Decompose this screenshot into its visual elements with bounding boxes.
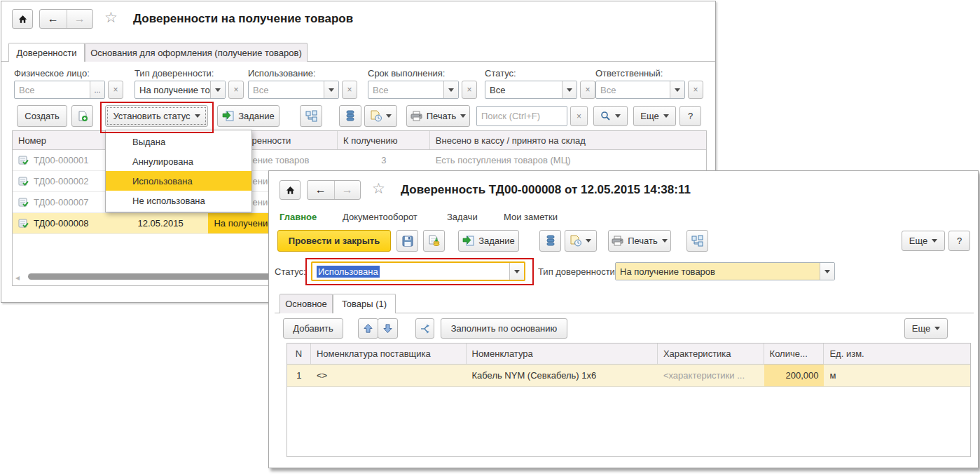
type-field[interactable]: На получение товаров [615,262,835,280]
col-number[interactable]: Номер [13,131,113,149]
menu-item-annulirovana[interactable]: Аннулирована [106,151,251,171]
filter-usage-clear-button[interactable]: × [342,81,357,99]
tab-osnovaniya[interactable]: Основания для оформления (получение това… [85,43,308,62]
forward-button[interactable]: → [67,10,93,28]
create-label: Создать [25,111,59,121]
navtab-dokumentooborot[interactable]: Документооборот [343,212,417,222]
col-characteristic[interactable]: Характеристика [658,344,764,364]
list-view-button[interactable] [539,230,561,252]
more-button[interactable]: Еще [902,231,945,251]
print-button[interactable]: Печать [608,230,671,252]
menu-item-vydana[interactable]: Выдана [106,132,251,151]
col-supplier-item[interactable]: Номенклатура поставщика [311,344,467,364]
arrow-up-icon [363,323,373,334]
document-title: Доверенность ТД00-000008 от 12.05.2015 1… [401,183,691,197]
type-label: Тип доверенности: [538,266,617,277]
move-up-button[interactable] [358,318,378,339]
chevron-down-icon[interactable] [210,81,225,98]
set-status-button[interactable]: Установить статус [105,105,208,127]
sort-button[interactable] [415,318,434,339]
filter-usage-field[interactable]: Все [248,81,339,99]
chevron-down-icon[interactable] [562,81,577,98]
nav-history-group: ← → [307,180,361,200]
post-and-close-button[interactable]: Провести и закрыть [277,230,391,252]
save-button[interactable] [396,230,418,252]
filter-term-field[interactable]: Все [368,81,459,99]
create-copy-button[interactable] [71,105,93,127]
add-row-button[interactable]: Добавить [283,318,343,339]
help-button[interactable]: ? [679,106,701,126]
back-button[interactable]: ← [308,181,334,199]
menu-item-ne-ispolzovana[interactable]: Не использована [106,191,251,210]
col-item[interactable]: Номенклатура [467,344,658,364]
filter-responsible-clear-button[interactable]: × [688,81,703,99]
clear-icon: × [693,85,698,95]
task-icon [462,236,474,246]
fill-by-basis-button[interactable]: Заполнить по основанию [441,318,567,339]
menu-item-ispolzovana[interactable]: Использована [106,171,251,191]
items-row-selected[interactable]: 1 <> Кабель NYM (Севкабель) 1х6 <характе… [287,365,970,387]
search-input[interactable] [476,106,567,126]
help-button[interactable]: ? [948,231,970,251]
col-quantity[interactable]: Количе... [764,344,824,364]
filter-type-field[interactable]: На получение тов [134,81,226,99]
chevron-down-icon [195,114,200,118]
scroll-left-icon[interactable]: ◂ [15,273,20,283]
help-label: ? [688,111,693,121]
task-button[interactable]: Задание [217,105,279,127]
tab-osnovnoe[interactable]: Основное [279,294,333,313]
favorite-star-icon[interactable]: ☆ [104,9,118,26]
list-icon [345,110,355,122]
task-button[interactable]: Задание [458,230,519,252]
list-view-button[interactable] [339,105,361,127]
navtab-glavnoe[interactable]: Главное [279,212,317,222]
search-options-button[interactable] [593,106,628,126]
tab-label: Основания для оформления (получение това… [90,48,302,58]
home-button[interactable] [279,180,301,200]
chevron-down-icon[interactable] [670,81,684,98]
structure-button[interactable] [300,105,322,127]
col-n[interactable]: N [287,344,311,364]
filter-person-field[interactable]: Все ... [14,81,105,99]
report-button[interactable] [364,105,397,127]
filter-status-field[interactable]: Все [485,81,577,99]
chevron-down-icon [615,114,621,118]
navtab-moi-zametki[interactable]: Мои заметки [504,212,558,222]
chevron-down-icon[interactable] [820,263,834,280]
report-button[interactable] [565,230,597,252]
create-button[interactable]: Создать [17,105,67,127]
filter-type-label: Тип доверенности: [134,68,214,79]
chevron-down-icon[interactable] [443,81,458,98]
post-document-button[interactable] [423,230,445,252]
posted-document-icon [18,177,29,186]
back-button[interactable]: ← [40,10,67,28]
items-more-button[interactable]: Еще [904,318,948,339]
navtab-zadachi[interactable]: Задачи [447,212,478,222]
current-cell[interactable]: 200,000 [764,365,824,386]
col-warehouse[interactable]: Внесено в кассу / принято на склад [430,131,706,149]
filter-status-clear-button[interactable]: × [580,81,595,99]
chevron-down-icon[interactable] [324,81,338,98]
favorite-star-icon[interactable]: ☆ [372,180,385,197]
print-button[interactable]: Печать [406,105,470,127]
choose-icon[interactable]: ... [90,81,104,98]
col-to-receive[interactable]: К получению [338,131,430,149]
filter-type-clear-button[interactable]: × [228,81,244,99]
filter-term-clear-button[interactable]: × [462,81,477,99]
filter-person-clear-button[interactable]: × [108,81,123,99]
col-unit[interactable]: Ед. изм. [824,344,970,364]
tab-tovary[interactable]: Товары (1) [333,294,396,313]
home-button[interactable] [12,9,33,29]
move-down-button[interactable] [378,318,398,339]
filter-responsible-field[interactable]: Все [595,81,685,99]
document-clock-icon [371,110,382,122]
more-button[interactable]: Еще [633,106,676,126]
structure-button[interactable] [686,230,708,252]
status-value: Использована [317,266,380,278]
posted-document-icon [18,156,29,165]
status-field[interactable]: Использована [311,261,525,281]
forward-button[interactable]: → [334,181,361,199]
tab-doverennosti[interactable]: Доверенности [8,43,85,62]
chevron-down-icon[interactable] [509,263,524,280]
search-clear-button[interactable]: × [570,106,588,126]
